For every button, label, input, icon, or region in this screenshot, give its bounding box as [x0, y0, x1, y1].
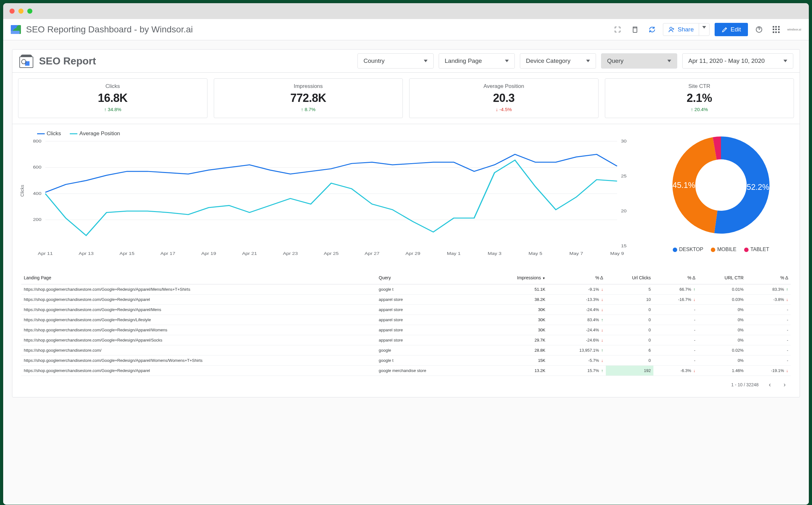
refresh-icon [648, 26, 655, 33]
line-chart[interactable]: Clicks Clicks Average Position 200400600… [18, 128, 640, 261]
svg-text:Apr 17: Apr 17 [161, 251, 176, 256]
table-header-cell[interactable]: Impressions ▼ [481, 272, 548, 285]
table-row[interactable]: https://shop.googlemerchandisestore.com/… [21, 315, 791, 325]
cell-clicks: 6 [606, 345, 653, 355]
cell-clicks: 0 [606, 335, 653, 345]
svg-point-1 [669, 27, 672, 29]
cell-url-ctr: 0% [698, 315, 746, 325]
cell-landing-page: https://shop.googlemerchandisestore.com/… [21, 305, 376, 315]
kpi-row: Clicks 16.8K 34.8%Impressions 772.8K 8.7… [12, 73, 800, 124]
table-row[interactable]: https://shop.googlemerchandisestore.com/… [21, 335, 791, 345]
table-row[interactable]: https://shop.googlemerchandisestore.com/… [21, 305, 791, 315]
cell-delta-3: - [746, 345, 791, 355]
cell-landing-page: https://shop.googlemerchandisestore.com/… [21, 335, 376, 345]
svg-text:400: 400 [33, 191, 42, 195]
y-axis-label: Clicks [20, 185, 25, 196]
cell-delta-1: -13.3% ↓ [548, 295, 605, 305]
cell-clicks: 0 [606, 305, 653, 315]
pager-next-button[interactable]: › [781, 380, 788, 389]
cell-delta-1: 83.4% ↑ [548, 315, 605, 325]
kpi-label: Site CTR [605, 83, 794, 90]
kpi-card: Average Position 20.3 -4.5% [409, 78, 598, 118]
caret-down-icon [667, 60, 671, 62]
pager-prev-button[interactable]: ‹ [766, 380, 774, 389]
table-header-cell[interactable]: URL CTR [698, 272, 746, 285]
filter-query[interactable]: Query [601, 53, 677, 68]
table-body: https://shop.googlemerchandisestore.com/… [21, 285, 791, 376]
svg-text:15: 15 [621, 243, 627, 248]
svg-text:Apr 21: Apr 21 [242, 251, 257, 256]
close-window-icon[interactable] [10, 9, 15, 14]
table-row[interactable]: https://shop.googlemerchandisestore.com/… [21, 295, 791, 305]
kpi-card: Site CTR 2.1% 20.4% [605, 78, 794, 118]
cell-impressions: 30K [481, 325, 548, 335]
cell-delta-3: - [746, 305, 791, 315]
cell-impressions: 30K [481, 305, 548, 315]
table-row[interactable]: https://shop.googlemerchandisestore.com/… [21, 285, 791, 295]
table-header-cell[interactable]: Query [376, 272, 481, 285]
table-header-cell[interactable]: Landing Page [21, 272, 376, 285]
svg-text:200: 200 [33, 217, 42, 222]
date-range-picker[interactable]: Apr 11, 2020 - May 10, 2020 [682, 53, 793, 68]
cell-query: apparel store [376, 325, 481, 335]
apps-grid-icon [773, 26, 780, 33]
zoom-window-icon[interactable] [27, 9, 32, 14]
svg-text:52.2%: 52.2% [747, 182, 769, 191]
table-header-cell[interactable]: % Δ [548, 272, 605, 285]
table-header-row: Landing PageQueryImpressions ▼% ΔUrl Cli… [21, 272, 791, 285]
svg-text:Apr 27: Apr 27 [364, 251, 379, 256]
cell-query: google [376, 345, 481, 355]
cell-impressions: 28.8K [481, 345, 548, 355]
fullscreen-icon [614, 26, 621, 33]
filter-device[interactable]: Device Category [520, 53, 596, 68]
donut-chart[interactable]: 52.2%45.1% DESKTOP MOBILE TABLET [648, 128, 794, 261]
table-row[interactable]: https://shop.googlemerchandisestore.com/… [21, 325, 791, 335]
cell-delta-2: - [653, 345, 698, 355]
cell-delta-2: -6.3% ↓ [653, 366, 698, 376]
refresh-button[interactable] [646, 23, 658, 35]
share-button[interactable]: Share [663, 23, 699, 35]
table-header-cell[interactable]: % Δ [746, 272, 791, 285]
filter-landing-page[interactable]: Landing Page [439, 53, 515, 68]
filter-country[interactable]: Country [357, 53, 434, 68]
cell-url-ctr: 1.46% [698, 366, 746, 376]
donut-legend: DESKTOP MOBILE TABLET [673, 246, 769, 252]
help-button[interactable] [753, 23, 765, 35]
legend-mobile: MOBILE [711, 246, 736, 252]
cell-delta-3: 83.3% ↑ [746, 285, 791, 295]
table-header-cell[interactable]: % Δ [653, 272, 698, 285]
cell-impressions: 51.1K [481, 285, 548, 295]
table-header-cell[interactable]: Url Clicks [606, 272, 653, 285]
edit-label: Edit [731, 26, 741, 33]
svg-text:Apr 13: Apr 13 [79, 251, 93, 256]
cell-landing-page: https://shop.googlemerchandisestore.com/… [21, 295, 376, 305]
svg-text:600: 600 [33, 165, 42, 169]
cell-delta-2: - [653, 335, 698, 345]
svg-text:25: 25 [621, 174, 627, 178]
svg-text:45.1%: 45.1% [672, 181, 695, 189]
cell-url-ctr: 0.03% [698, 295, 746, 305]
report-header: SEO Report Country Landing Page Device C… [12, 49, 800, 73]
table-pager: 1 - 10 / 32248 ‹ › [21, 376, 791, 391]
cell-landing-page: https://shop.googlemerchandisestore.com/… [21, 285, 376, 295]
cell-delta-1: -24.4% ↓ [548, 305, 605, 315]
table-row[interactable]: https://shop.googlemerchandisestore.com/… [21, 366, 791, 376]
apps-button[interactable] [770, 23, 782, 35]
minimize-window-icon[interactable] [18, 9, 23, 14]
caret-down-icon [586, 60, 590, 62]
share-dropdown-button[interactable] [699, 23, 709, 35]
cell-clicks: 0 [606, 315, 653, 325]
table-row[interactable]: https://shop.googlemerchandisestore.com/… [21, 355, 791, 366]
svg-text:Apr 23: Apr 23 [283, 251, 298, 256]
copy-button[interactable] [629, 23, 641, 35]
table-row[interactable]: https://shop.googlemerchandisestore.com/… [21, 345, 791, 355]
cell-landing-page: https://shop.googlemerchandisestore.com/… [21, 325, 376, 335]
cell-url-ctr: 0% [698, 355, 746, 366]
edit-button[interactable]: Edit [715, 23, 748, 36]
cell-delta-3: -3.8% ↓ [746, 295, 791, 305]
cell-delta-1: -5.7% ↓ [548, 355, 605, 366]
kpi-delta: -4.5% [410, 107, 598, 112]
svg-text:May 7: May 7 [569, 251, 583, 256]
fullscreen-button[interactable] [611, 23, 623, 35]
cell-query: apparel store [376, 335, 481, 345]
